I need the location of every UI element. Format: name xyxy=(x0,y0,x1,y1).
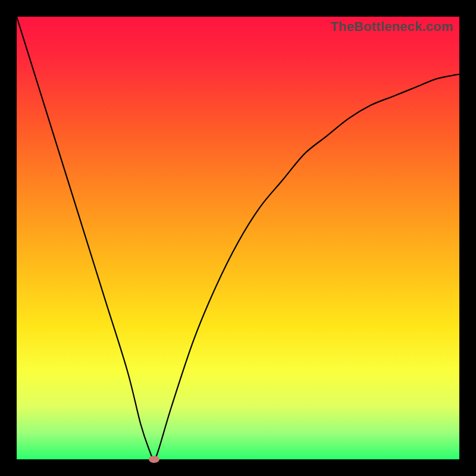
bottleneck-curve xyxy=(17,17,459,459)
plot-area: TheBottleneck.com xyxy=(17,17,459,459)
minimum-marker xyxy=(149,456,159,463)
curve-svg xyxy=(17,17,459,459)
chart-frame: TheBottleneck.com xyxy=(0,0,476,476)
